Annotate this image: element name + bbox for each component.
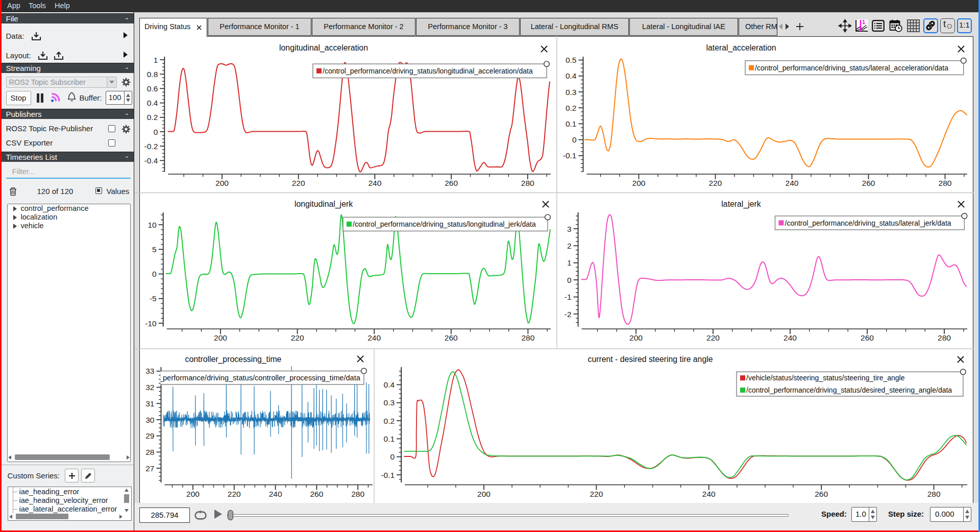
svg-text:10: 10 [148, 221, 157, 229]
svg-text:31: 31 [145, 399, 154, 408]
svg-text:220: 220 [590, 490, 603, 498]
svg-text:200: 200 [215, 179, 229, 187]
svg-text:0: 0 [390, 452, 395, 461]
svg-text:/vehicle/status/steering_statu: /vehicle/status/steering_status/steering… [746, 374, 905, 382]
svg-text:/control_performance/driving_s: /control_performance/driving_status/long… [353, 220, 536, 228]
svg-text:33: 33 [145, 367, 154, 375]
svg-text:0.2: 0.2 [566, 104, 577, 112]
svg-text:200: 200 [477, 490, 491, 498]
svg-text:260: 260 [862, 179, 875, 187]
svg-text:240: 240 [269, 490, 282, 498]
svg-text:-10: -10 [145, 319, 157, 328]
svg-text:3: 3 [567, 225, 572, 233]
svg-text:260: 260 [445, 333, 458, 342]
svg-text:0.2: 0.2 [384, 417, 395, 425]
svg-text:/control_performance/driving_s: /control_performance/driving_status/cont… [135, 374, 361, 382]
svg-text:240: 240 [368, 333, 381, 342]
svg-text:-0.1: -0.1 [381, 471, 395, 479]
svg-text:/control_performance/driving_s: /control_performance/driving_status/late… [755, 64, 948, 72]
svg-text:0.4: 0.4 [384, 380, 395, 389]
svg-text:200: 200 [632, 179, 646, 187]
svg-text:260: 260 [310, 490, 323, 498]
svg-text:240: 240 [786, 179, 799, 187]
svg-text:280: 280 [521, 179, 534, 187]
svg-text:current - desired steering tir: current - desired steering tire angle [588, 355, 713, 364]
svg-text:220: 220 [706, 333, 720, 342]
svg-text:280: 280 [351, 490, 364, 498]
svg-text:lateral_jerk: lateral_jerk [721, 200, 761, 209]
svg-text:0.1: 0.1 [566, 119, 577, 128]
svg-text:longitudinal_acceleration: longitudinal_acceleration [279, 43, 368, 53]
svg-text:32: 32 [145, 383, 154, 392]
svg-text:240: 240 [702, 490, 716, 498]
svg-text:-2: -2 [565, 310, 572, 319]
svg-text:0.4: 0.4 [566, 71, 577, 80]
svg-text:longitudinal_jerk: longitudinal_jerk [295, 200, 353, 209]
svg-text:260: 260 [861, 333, 874, 342]
svg-text:240: 240 [783, 333, 797, 342]
svg-text:0.4: 0.4 [147, 99, 158, 107]
svg-text:-0.2: -0.2 [144, 142, 158, 151]
svg-text:260: 260 [815, 490, 828, 498]
svg-text:controller_processing_time: controller_processing_time [185, 355, 282, 364]
svg-text:260: 260 [445, 179, 458, 187]
svg-text:0.3: 0.3 [566, 88, 577, 96]
svg-text:1: 1 [154, 56, 158, 64]
svg-text:1: 1 [862, 19, 865, 25]
svg-text:220: 220 [291, 333, 304, 342]
svg-text:lateral_acceleration: lateral_acceleration [706, 43, 776, 53]
svg-text:/control_performance/driving_s: /control_performance/driving_status/long… [323, 67, 533, 75]
svg-text:200: 200 [186, 490, 200, 498]
svg-text:280: 280 [927, 490, 941, 498]
svg-text:220: 220 [709, 179, 722, 187]
svg-text:29: 29 [145, 431, 154, 440]
svg-text:1: 1 [567, 258, 572, 267]
svg-text:0: 0 [152, 270, 157, 278]
svg-text:0.6: 0.6 [147, 84, 158, 93]
svg-text:0.5: 0.5 [566, 56, 577, 64]
svg-text:0: 0 [567, 276, 572, 284]
svg-text:200: 200 [629, 333, 643, 342]
svg-text:0: 0 [154, 128, 158, 136]
svg-text:-0.1: -0.1 [563, 151, 577, 160]
svg-text:220: 220 [292, 179, 305, 187]
svg-text:30: 30 [145, 416, 155, 424]
svg-text:240: 240 [368, 179, 381, 187]
svg-text:2: 2 [567, 241, 572, 250]
svg-text:/control_performance/driving_s: /control_performance/driving_status/late… [785, 219, 951, 227]
svg-text:0: 0 [572, 135, 577, 144]
svg-text:0.8: 0.8 [147, 70, 158, 79]
svg-text:28: 28 [145, 448, 154, 456]
svg-text:200: 200 [214, 333, 227, 342]
svg-text:220: 220 [228, 490, 241, 498]
svg-text:280: 280 [939, 179, 952, 187]
svg-text:0.3: 0.3 [384, 398, 395, 407]
svg-text:27: 27 [145, 464, 154, 473]
svg-text:-5: -5 [150, 294, 157, 303]
svg-text:-0.4: -0.4 [144, 156, 158, 165]
svg-text:0.1: 0.1 [384, 434, 395, 443]
svg-text:0.2: 0.2 [147, 113, 158, 122]
svg-text:5: 5 [152, 245, 157, 254]
svg-text:/control_performance/driving_s: /control_performance/driving_status/desi… [746, 386, 952, 394]
svg-text:280: 280 [938, 333, 951, 342]
svg-text:280: 280 [521, 333, 534, 342]
svg-text:-1: -1 [565, 293, 572, 301]
